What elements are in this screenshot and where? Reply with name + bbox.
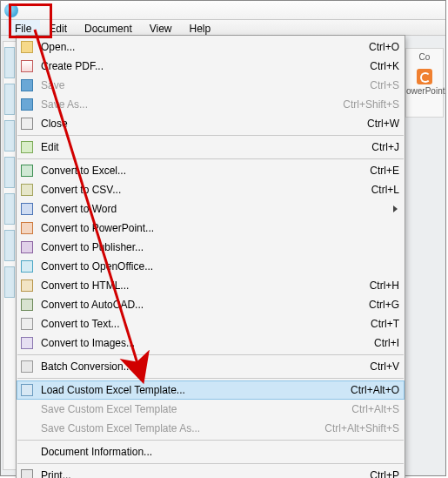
page-thumb[interactable]	[4, 193, 15, 225]
save-template-as-icon	[18, 421, 36, 435]
open-icon	[18, 40, 36, 54]
menu-edit-mode[interactable]: Edit Ctrl+J	[17, 138, 405, 157]
menu-batch-conversion[interactable]: Batch Conversion... Ctrl+V	[17, 357, 405, 376]
menu-separator	[17, 135, 404, 136]
menu-item-shortcut: Ctrl+T	[362, 318, 399, 330]
menu-item-label: Convert to OpenOffice...	[36, 260, 391, 273]
openoffice-icon	[18, 259, 36, 273]
menu-print[interactable]: Print... Ctrl+P	[17, 466, 405, 478]
menu-item-label: Close	[36, 118, 358, 130]
page-thumb[interactable]	[4, 230, 15, 261]
close-icon	[18, 117, 36, 131]
menu-help[interactable]: Help	[181, 20, 220, 35]
menu-item-label: Print...	[36, 469, 361, 478]
menu-item-label: Batch Conversion...	[36, 360, 361, 373]
publisher-icon	[18, 240, 36, 254]
menu-file[interactable]: File	[6, 20, 40, 35]
menu-item-shortcut: Ctrl+Alt+S	[343, 403, 399, 415]
page-thumb[interactable]	[4, 47, 15, 78]
convert-panel: Co owerPoint	[405, 48, 444, 118]
autocad-icon	[18, 298, 36, 312]
menu-item-shortcut: Ctrl+V	[361, 360, 399, 373]
menu-close[interactable]: Close Ctrl+W	[17, 114, 405, 133]
convert-panel-header: Co	[406, 52, 443, 62]
load-template-icon	[18, 383, 36, 397]
menu-convert-autocad[interactable]: Convert to AutoCAD... Ctrl+G	[17, 295, 405, 314]
menu-open[interactable]: Open... Ctrl+O	[17, 37, 405, 57]
file-menu-dropdown: Open... Ctrl+O Create PDF... Ctrl+K Save…	[16, 35, 405, 478]
menu-edit[interactable]: Edit	[40, 20, 76, 35]
menu-save-as: Save As... Ctrl+Shift+S	[17, 95, 405, 114]
thumbnail-strip	[3, 41, 17, 470]
menu-convert-word[interactable]: Convert to Word	[17, 199, 405, 219]
menu-separator	[17, 440, 404, 441]
menu-item-label: Convert to Text...	[36, 318, 362, 330]
menu-item-label: Convert to HTML...	[36, 279, 361, 292]
menu-convert-excel[interactable]: Convert to Excel... Ctrl+E	[17, 161, 405, 180]
menu-item-shortcut: Ctrl+K	[361, 60, 399, 72]
menu-item-label: Save As...	[36, 98, 334, 111]
menu-separator	[17, 463, 404, 464]
menu-convert-powerpoint[interactable]: Convert to PowerPoint...	[17, 219, 405, 238]
page-thumb[interactable]	[4, 157, 15, 188]
menu-item-shortcut: Ctrl+W	[358, 118, 399, 130]
html-icon	[18, 279, 36, 293]
menu-item-label: Create PDF...	[36, 60, 361, 72]
menu-item-shortcut: Ctrl+P	[361, 469, 399, 478]
menu-item-label: Save Custom Excel Template As...	[36, 422, 316, 434]
menu-item-shortcut: Ctrl+I	[365, 337, 399, 349]
menu-document[interactable]: Document	[76, 20, 141, 35]
menu-convert-images[interactable]: Convert to Images... Ctrl+I	[17, 333, 405, 353]
info-icon	[18, 445, 36, 459]
page-thumb[interactable]	[4, 266, 15, 298]
menu-item-shortcut: Ctrl+Shift+S	[334, 98, 399, 111]
menu-save-custom-excel-template-as: Save Custom Excel Template As... Ctrl+Al…	[17, 419, 405, 438]
app-icon	[4, 3, 18, 17]
csv-icon	[18, 183, 36, 197]
menu-item-label: Convert to PowerPoint...	[36, 222, 391, 234]
text-icon	[18, 317, 36, 331]
menu-load-custom-excel-template[interactable]: Load Custom Excel Template... Ctrl+Alt+O	[17, 380, 405, 400]
menu-convert-csv[interactable]: Convert to CSV... Ctrl+L	[17, 180, 405, 199]
menu-item-shortcut: Ctrl+L	[363, 184, 399, 196]
page-thumb[interactable]	[4, 120, 15, 151]
menu-item-label: Load Custom Excel Template...	[36, 384, 342, 396]
menu-item-label: Convert to CSV...	[36, 184, 363, 196]
menu-save-custom-excel-template: Save Custom Excel Template Ctrl+Alt+S	[17, 400, 405, 419]
powerpoint-icon[interactable]	[417, 69, 432, 84]
titlebar	[1, 1, 445, 20]
menu-item-shortcut: Ctrl+H	[361, 279, 399, 292]
word-icon	[18, 202, 36, 216]
menu-item-shortcut: Ctrl+G	[360, 299, 399, 311]
menu-create-pdf[interactable]: Create PDF... Ctrl+K	[17, 57, 405, 76]
batch-icon	[18, 360, 36, 374]
menu-view[interactable]: View	[141, 20, 181, 35]
menu-convert-text[interactable]: Convert to Text... Ctrl+T	[17, 314, 405, 333]
excel-icon	[18, 164, 36, 178]
images-icon	[18, 336, 36, 350]
menu-convert-html[interactable]: Convert to HTML... Ctrl+H	[17, 276, 405, 295]
menu-convert-publisher[interactable]: Convert to Publisher...	[17, 238, 405, 257]
menu-convert-openoffice[interactable]: Convert to OpenOffice...	[17, 257, 405, 276]
edit-icon	[18, 140, 36, 154]
pdf-icon	[18, 59, 36, 73]
menu-save: Save Ctrl+S	[17, 76, 405, 95]
convert-panel-ppt-label: owerPoint	[406, 86, 443, 96]
menu-document-information[interactable]: Document Information...	[17, 442, 405, 461]
save-template-icon	[18, 402, 36, 416]
menu-separator	[17, 354, 404, 355]
menu-item-label: Convert to Publisher...	[36, 241, 391, 253]
menu-item-label: Edit	[36, 141, 363, 153]
menu-item-shortcut: Ctrl+E	[361, 165, 399, 177]
menu-item-label: Save Custom Excel Template	[36, 403, 343, 415]
powerpoint-icon	[18, 221, 36, 235]
save-as-icon	[18, 98, 36, 111]
menu-item-shortcut: Ctrl+Alt+Shift+S	[316, 422, 399, 434]
menu-item-label: Open...	[36, 41, 360, 53]
page-thumb[interactable]	[4, 84, 15, 115]
menu-item-label: Convert to Excel...	[36, 165, 361, 177]
print-icon	[18, 468, 36, 478]
menu-item-shortcut: Ctrl+Alt+O	[342, 384, 399, 396]
save-icon	[18, 78, 36, 92]
menu-item-label: Save	[36, 79, 361, 91]
